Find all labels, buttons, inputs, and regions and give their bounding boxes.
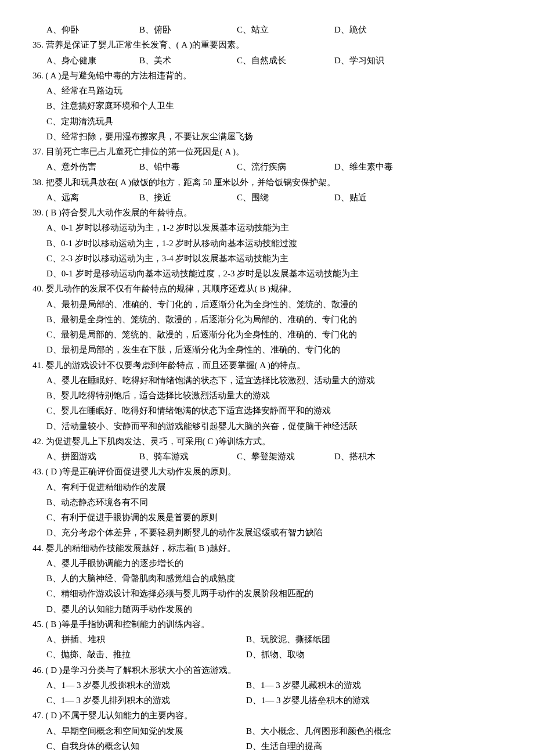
q45-option-c: C、抛掷、敲击、推拉 (46, 647, 246, 662)
q43-option-a: A、有利于促进精细动作的发展 (46, 480, 501, 495)
question-45: 45. ( B )等是手指协调和控制能力的训练内容。 A、拼插、堆积 B、玩胶泥… (33, 617, 501, 663)
q40-option-c: C、最初是局部的、笼统的、散漫的，后逐渐分化为全身性的、准确的、专门化的 (46, 327, 501, 342)
q39-option-c: C、2-3 岁时以移动运动为主，3-4 岁时以发展基本运动技能为主 (46, 251, 501, 266)
q39-stem: 39. ( B )符合婴儿大动作发展的年龄特点。 (33, 205, 501, 220)
q42-stem: 42. 为促进婴儿上下肌肉发达、灵巧，可采用( C )等训练方式。 (33, 434, 501, 449)
q36-option-b: B、注意搞好家庭环境和个人卫生 (46, 98, 501, 113)
question-42: 42. 为促进婴儿上下肌肉发达、灵巧，可采用( C )等训练方式。 A、拼图游戏… (33, 434, 501, 465)
q41-option-c: C、婴儿在睡眠好、吃得好和情绪饱满的状态下适宜选择安静而平和的游戏 (46, 403, 501, 418)
q44-stem: 44. 婴儿的精细动作技能发展越好，标志着( B )越好。 (33, 541, 501, 556)
q38-option-b: B、接近 (139, 190, 237, 205)
q34-option-a: A、仰卧 (46, 22, 139, 37)
q39-option-b: B、0-1 岁时以移动运动为主，1-2 岁时从移动向基本运动技能过渡 (46, 236, 501, 251)
q40-option-a: A、最初是局部的、准确的、专门化的，后逐渐分化为全身性的、笼统的、散漫的 (46, 297, 501, 312)
q37-option-d: D、维生素中毒 (334, 159, 393, 174)
q47-option-d: D、生活自理的提高 (246, 739, 322, 754)
q34-option-d: D、跪伏 (334, 22, 367, 37)
q41-option-b: B、婴儿吃得特别饱后，适合选择比较激烈活动量大的游戏 (46, 388, 501, 403)
q44-option-c: C、精细动作游戏设计和选择必须与婴儿两手动作的发展阶段相匹配的 (46, 586, 501, 601)
q45-option-d: D、抓物、取物 (246, 647, 305, 662)
q46-option-d: D、1— 3 岁婴儿搭垒积木的游戏 (246, 693, 370, 708)
q40-option-d: D、最初是局部的，发生在下肢，后逐渐分化为全身性的、准确的、专门化的 (46, 342, 501, 357)
q37-option-c: C、流行疾病 (237, 159, 334, 174)
question-48: 48. 以无意记忆为主是在人的( D )。 (33, 754, 501, 756)
q36-option-a: A、经常在马路边玩 (46, 83, 501, 98)
question-41: 41. 婴儿的游戏设计不仅要考虑到年龄特点，而且还要掌握( A )的特点。 A、… (33, 358, 501, 434)
q38-stem: 38. 把婴儿和玩具放在( A )做饭的地方，距离 50 厘米以外，并给饭锅安保… (33, 175, 501, 190)
q47-stem: 47. ( D )不属于婴儿认知能力的主要内容。 (33, 708, 501, 723)
q34-option-c: C、站立 (237, 22, 334, 37)
q47-option-a: A、早期空间概念和空间知觉的发展 (46, 723, 246, 739)
question-34-options: A、仰卧 B、俯卧 C、站立 D、跪伏 (33, 22, 501, 37)
q36-option-d: D、经常扫除，要用湿布擦家具，不要让灰尘满屋飞扬 (46, 129, 501, 144)
question-40: 40. 婴儿动作的发展不仅有年龄特点的规律，其顺序还遵从( B )规律。 A、最… (33, 281, 501, 357)
question-38: 38. 把婴儿和玩具放在( A )做饭的地方，距离 50 厘米以外，并给饭锅安保… (33, 175, 501, 206)
q45-stem: 45. ( B )等是手指协调和控制能力的训练内容。 (33, 617, 501, 632)
q36-stem: 36. ( A )是与避免铅中毒的方法相违背的。 (33, 68, 501, 83)
q34-option-b: B、俯卧 (139, 22, 237, 37)
q47-option-c: C、自我身体的概念认知 (46, 739, 246, 754)
q41-option-d: D、活动量较小、安静而平和的游戏能够引起婴儿大脑的兴奋，促使脑干神经活跃 (46, 419, 501, 434)
q48-stem: 48. 以无意记忆为主是在人的( D )。 (33, 754, 501, 756)
q43-option-c: C、有利于促进手眼协调的发展是首要的原则 (46, 510, 501, 525)
q46-option-a: A、1— 3 岁婴儿投掷积木的游戏 (46, 678, 246, 693)
q43-stem: 43. ( D )等是正确评价面促进婴儿大动作发展的原则。 (33, 464, 501, 479)
q35-option-a: A、身心健康 (46, 53, 139, 68)
q46-option-c: C、1— 3 岁婴儿排列积木的游戏 (46, 693, 246, 708)
q37-option-b: B、铅中毒 (139, 159, 237, 174)
question-43: 43. ( D )等是正确评价面促进婴儿大动作发展的原则。 A、有利于促进精细动… (33, 464, 501, 540)
q43-option-d: D、充分考虑个体差异，不要轻易判断婴儿的动作发展迟缓或有智力缺陷 (46, 525, 501, 540)
q47-option-b: B、大小概念、几何图形和颜色的概念 (246, 723, 391, 739)
question-44: 44. 婴儿的精细动作技能发展越好，标志着( B )越好。 A、婴儿手眼协调能力… (33, 541, 501, 617)
question-37: 37. 目前死亡率已占儿童死亡排位的第一位死因是( A )。 A、意外伤害 B、… (33, 144, 501, 175)
q37-stem: 37. 目前死亡率已占儿童死亡排位的第一位死因是( A )。 (33, 144, 501, 159)
question-46: 46. ( D )是学习分类与了解积木形状大小的首选游戏。 A、1— 3 岁婴儿… (33, 663, 501, 708)
q35-option-c: C、自然成长 (237, 53, 334, 68)
q45-option-b: B、玩胶泥、撕揉纸团 (246, 632, 330, 647)
q41-option-a: A、婴儿在睡眠好、吃得好和情绪饱满的状态下，适宜选择比较激烈、活动量大的游戏 (46, 373, 501, 388)
q35-stem: 35. 营养是保证了婴儿正常生长发育、( A )的重要因素。 (33, 37, 501, 52)
q42-option-c: C、攀登架游戏 (237, 449, 334, 464)
q45-option-a: A、拼插、堆积 (46, 632, 246, 647)
q38-option-d: D、贴近 (334, 190, 367, 205)
q39-option-d: D、0-1 岁时是移动运动向基本运动技能过度，2-3 岁时是以发展基本运动技能为… (46, 266, 501, 281)
q46-stem: 46. ( D )是学习分类与了解积木形状大小的首选游戏。 (33, 663, 501, 678)
q43-option-b: B、动态静态环境各有不同 (46, 495, 501, 510)
q44-option-d: D、婴儿的认知能力随两手动作发展的 (46, 602, 501, 617)
q38-option-c: C、围绕 (237, 190, 334, 205)
q36-option-c: C、定期清洗玩具 (46, 114, 501, 129)
q44-option-b: B、人的大脑神经、骨骼肌肉和感觉组合的成熟度 (46, 571, 501, 586)
q44-option-a: A、婴儿手眼协调能力的逐步增长的 (46, 556, 501, 571)
q35-option-b: B、美术 (139, 53, 237, 68)
q40-option-b: B、最初是全身性的、笼统的、散漫的，后逐渐分化为局部的、准确的、专门化的 (46, 312, 501, 327)
q42-option-a: A、拼图游戏 (46, 449, 139, 464)
q46-option-b: B、1— 3 岁婴儿藏积木的游戏 (246, 678, 361, 693)
question-35: 35. 营养是保证了婴儿正常生长发育、( A )的重要因素。 A、身心健康 B、… (33, 37, 501, 68)
q35-option-d: D、学习知识 (334, 53, 384, 68)
q42-option-b: B、骑车游戏 (139, 449, 237, 464)
q38-option-a: A、远离 (46, 190, 139, 205)
q39-option-a: A、0-1 岁时以移动运动为主，1-2 岁时以发展基本运动技能为主 (46, 220, 501, 235)
q41-stem: 41. 婴儿的游戏设计不仅要考虑到年龄特点，而且还要掌握( A )的特点。 (33, 358, 501, 373)
q42-option-d: D、搭积木 (334, 449, 376, 464)
question-39: 39. ( B )符合婴儿大动作发展的年龄特点。 A、0-1 岁时以移动运动为主… (33, 205, 501, 281)
q37-option-a: A、意外伤害 (46, 159, 139, 174)
question-47: 47. ( D )不属于婴儿认知能力的主要内容。 A、早期空间概念和空间知觉的发… (33, 708, 501, 754)
q40-stem: 40. 婴儿动作的发展不仅有年龄特点的规律，其顺序还遵从( B )规律。 (33, 281, 501, 296)
question-36: 36. ( A )是与避免铅中毒的方法相违背的。 A、经常在马路边玩 B、注意搞… (33, 68, 501, 144)
